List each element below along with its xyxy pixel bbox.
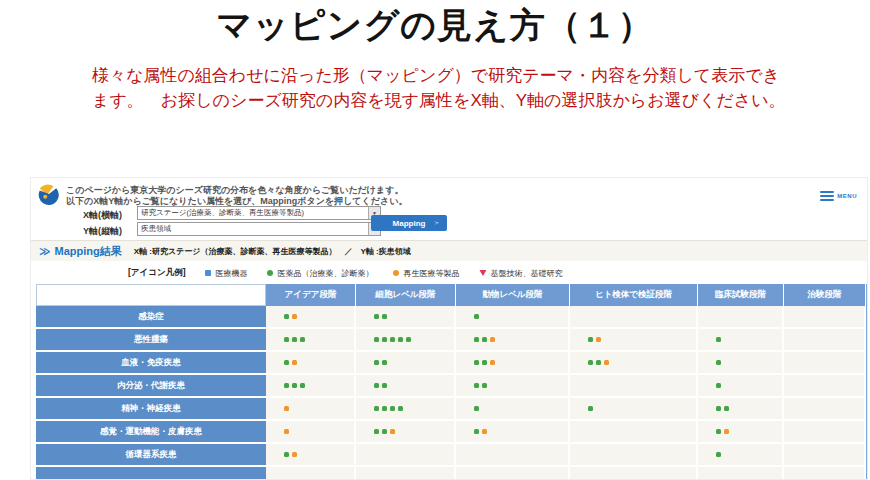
seed-dot-green bbox=[374, 429, 379, 434]
seed-dot-green bbox=[284, 314, 289, 319]
table-cell bbox=[266, 398, 356, 421]
mapping-button[interactable]: Mapping ＞ bbox=[371, 215, 447, 231]
table-cell bbox=[570, 444, 698, 467]
table-cell bbox=[698, 375, 784, 398]
table-cell bbox=[784, 467, 866, 480]
seed-dot-orange bbox=[482, 429, 487, 434]
menu-button[interactable]: MENU bbox=[820, 191, 857, 201]
arrow-right-icon: ＞ bbox=[433, 218, 440, 228]
x-axis-select[interactable]: 研究ステージ(治療薬、診断薬、再生医療等製品) ▼ bbox=[137, 206, 381, 220]
seed-dot-green bbox=[588, 406, 593, 411]
table-cell bbox=[784, 444, 866, 467]
table-cell bbox=[356, 444, 456, 467]
table-cell bbox=[570, 467, 698, 480]
column-header: 細胞レベル段階 bbox=[356, 284, 456, 306]
table-cell bbox=[356, 352, 456, 375]
table-cell bbox=[570, 398, 698, 421]
legend-item: 医療機器 bbox=[205, 268, 247, 279]
seed-dot-green bbox=[300, 383, 305, 388]
row-label: 感覚・運動機能・皮膚疾患 bbox=[36, 421, 266, 444]
seed-dot-green bbox=[374, 337, 379, 342]
legend-title: [アイコン凡例] bbox=[128, 267, 185, 279]
row-label: 悪性腫瘍 bbox=[36, 329, 266, 352]
triangle-icon bbox=[479, 270, 486, 276]
y-axis-label: Y軸(縦軸) bbox=[83, 225, 122, 238]
intro-line1: このページから東京大学のシーズ研究の分布を色々な角度からご覧いただけます。 bbox=[66, 185, 407, 196]
seed-dot-orange bbox=[292, 360, 297, 365]
table-corner-cell bbox=[36, 284, 266, 306]
table-cell bbox=[266, 444, 356, 467]
x-axis-label: X軸(横軸) bbox=[83, 209, 122, 222]
row-label bbox=[36, 467, 266, 480]
seed-dot-green bbox=[398, 337, 403, 342]
hamburger-icon bbox=[820, 191, 834, 201]
table-cell bbox=[266, 421, 356, 444]
seed-dot-green bbox=[482, 360, 487, 365]
table-cell bbox=[570, 329, 698, 352]
table-cell bbox=[456, 329, 570, 352]
seed-dot-green bbox=[374, 314, 379, 319]
seed-dot-orange bbox=[490, 360, 495, 365]
seed-dot-green bbox=[382, 314, 387, 319]
row-label: 循環器系疾患 bbox=[36, 444, 266, 467]
seed-dot-green bbox=[292, 383, 297, 388]
row-label: 血液・免疫疾患 bbox=[36, 352, 266, 375]
seed-dot-green bbox=[374, 360, 379, 365]
table-cell bbox=[266, 375, 356, 398]
seed-dot-green bbox=[716, 383, 721, 388]
table-cell bbox=[784, 398, 866, 421]
y-axis-select[interactable]: 疾患領域 ▼ bbox=[137, 222, 381, 236]
seed-dot-green bbox=[406, 337, 411, 342]
mapping-button-label: Mapping bbox=[393, 219, 426, 228]
y-axis-selected-value: 疾患領域 bbox=[141, 224, 171, 234]
table-cell bbox=[456, 306, 570, 329]
table-cell bbox=[784, 375, 866, 398]
circle-icon bbox=[393, 270, 399, 276]
legend-item: 医薬品（治療薬、診断薬） bbox=[267, 268, 373, 279]
seed-dot-orange bbox=[284, 429, 289, 434]
column-header: アイデア段階 bbox=[266, 284, 356, 306]
table-cell bbox=[356, 398, 456, 421]
table-cell bbox=[570, 421, 698, 444]
legend-label: 再生医療等製品 bbox=[403, 268, 459, 279]
table-cell bbox=[356, 329, 456, 352]
seed-dot-green bbox=[474, 314, 479, 319]
seed-dot-green bbox=[482, 337, 487, 342]
table-cell bbox=[570, 375, 698, 398]
seed-dot-orange bbox=[390, 429, 395, 434]
table-cell bbox=[698, 467, 784, 480]
result-subtitle: X軸 :研究ステージ（治療薬、診断薬、再生医療等製品） ／ Y軸 :疾患領域 bbox=[134, 246, 411, 257]
university-logo-icon bbox=[37, 184, 59, 206]
seed-dot-green bbox=[716, 452, 721, 457]
table-cell bbox=[356, 375, 456, 398]
table-cell bbox=[356, 306, 456, 329]
intro-text: このページから東京大学のシーズ研究の分布を色々な角度からご覧いただけます。 以下… bbox=[66, 185, 407, 207]
seed-dot-green bbox=[284, 383, 289, 388]
seed-dot-green bbox=[716, 406, 721, 411]
seed-dot-green bbox=[382, 406, 387, 411]
table-cell bbox=[784, 352, 866, 375]
seed-dot-orange bbox=[292, 314, 297, 319]
legend-label: 基盤技術、基礎研究 bbox=[490, 268, 562, 279]
row-label: 内分泌・代謝疾患 bbox=[36, 375, 266, 398]
table-cell bbox=[456, 375, 570, 398]
legend-label: 医療機器 bbox=[215, 268, 247, 279]
table-cell bbox=[698, 444, 784, 467]
table-cell bbox=[356, 421, 456, 444]
x-axis-selected-value: 研究ステージ(治療薬、診断薬、再生医療等製品) bbox=[141, 208, 304, 218]
seed-dot-orange bbox=[724, 429, 729, 434]
seed-dot-green bbox=[588, 360, 593, 365]
table-cell bbox=[698, 306, 784, 329]
seed-dot-green bbox=[716, 337, 721, 342]
menu-label: MENU bbox=[837, 193, 857, 199]
seed-dot-green bbox=[588, 337, 593, 342]
table-cell bbox=[266, 329, 356, 352]
table-cell bbox=[456, 398, 570, 421]
seed-dot-orange bbox=[284, 406, 289, 411]
mapping-table: アイデア段階細胞レベル段階動物レベル段階ヒト検体で検証段階臨床試験段階治験段階感… bbox=[36, 284, 868, 480]
legend-item: 基盤技術、基礎研究 bbox=[479, 268, 562, 279]
seed-dot-green bbox=[390, 337, 395, 342]
column-header: 動物レベル段階 bbox=[456, 284, 570, 306]
table-cell bbox=[456, 467, 570, 480]
seed-dot-green bbox=[382, 360, 387, 365]
